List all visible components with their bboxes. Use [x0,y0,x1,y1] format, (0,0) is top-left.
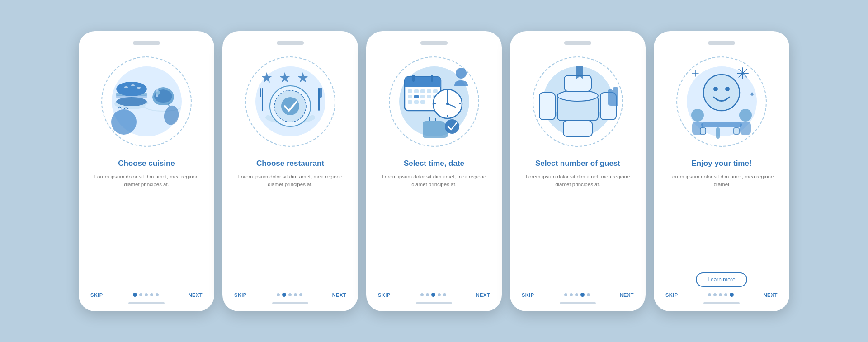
screen5-skip[interactable]: SKIP [665,292,678,298]
svg-rect-81 [740,122,751,135]
phone-notch-5 [708,41,735,45]
phone-screen-5: ✦ Enjo [654,31,789,311]
dot-4-1 [564,293,567,296]
screen4-nav: SKIP NEXT [518,292,637,298]
datetime-icon [393,63,475,140]
screen4-skip[interactable]: SKIP [522,292,534,298]
dot-5-1 [708,293,711,296]
screen3-description: Lorem ipsum dolor sit dim amet, mea regi… [374,173,494,289]
screen3-dots [420,293,446,297]
svg-point-14 [111,109,137,135]
screen3-next[interactable]: NEXT [476,292,490,298]
phone-screen-1: Choose cuisine Lorem ipsum dolor sit dim… [79,31,214,311]
svg-rect-32 [431,75,433,82]
screen3-nav: SKIP NEXT [374,292,494,298]
screen2-title: Choose restaurant [256,159,324,169]
svg-rect-76 [716,127,720,139]
illustration-cuisine [97,52,196,151]
svg-rect-63 [539,93,555,120]
illustration-restaurant [241,52,340,151]
svg-rect-31 [412,75,415,82]
phone2-bottom-bar [272,302,308,304]
svg-rect-34 [414,89,419,93]
svg-point-60 [557,90,598,101]
svg-rect-79 [700,128,706,134]
screen4-title: Select number of guest [535,159,620,169]
dot-2-2 [282,293,286,297]
svg-rect-43 [408,100,412,104]
screen1-nav: SKIP NEXT [87,292,206,298]
svg-point-54 [456,68,467,79]
dot-3-1 [420,293,424,296]
svg-rect-33 [408,89,412,93]
illustration-guests [528,52,627,151]
svg-point-77 [691,109,704,122]
screen2-next[interactable]: NEXT [332,292,346,298]
dot-2-1 [277,293,280,296]
svg-text:✦: ✦ [749,90,755,99]
svg-rect-41 [427,95,431,98]
cuisine-icon [108,66,185,138]
svg-rect-38 [408,95,412,98]
svg-rect-40 [420,95,425,98]
screen5-next[interactable]: NEXT [764,292,778,298]
svg-marker-17 [297,72,308,82]
screen2-dots [277,293,302,297]
screen5-title: Enjoy your time! [691,159,751,169]
svg-rect-39 [414,95,419,98]
phone1-bottom-bar [128,302,165,304]
svg-point-13 [156,94,158,97]
restaurant-icon [250,63,331,140]
screen1-description: Lorem ipsum dolor sit dim amet, mea regi… [87,173,206,289]
dot-4-4 [580,293,585,297]
dot-4-2 [570,293,573,296]
svg-rect-35 [420,89,425,93]
svg-point-5 [116,82,147,96]
svg-point-4 [116,97,147,106]
screen5-nav: SKIP NEXT [662,292,781,298]
screen5-dots [708,293,734,297]
svg-rect-37 [433,89,438,93]
learn-more-button[interactable]: Learn more [696,272,747,287]
screens-container: Choose cuisine Lorem ipsum dolor sit dim… [79,31,789,311]
screen4-next[interactable]: NEXT [620,292,634,298]
dot-1-5 [156,293,159,296]
illustration-datetime [384,52,484,151]
dot-2-3 [288,293,292,296]
dot-1-1 [133,293,137,297]
screen1-dots [133,293,159,297]
dot-5-4 [724,293,727,296]
svg-point-80 [739,109,752,122]
svg-rect-75 [701,122,742,127]
screen4-description: Lorem ipsum dolor sit dim amet, mea regi… [518,173,637,289]
svg-rect-25 [264,88,264,97]
screen2-skip[interactable]: SKIP [234,292,247,298]
screen1-skip[interactable]: SKIP [90,292,103,298]
svg-point-8 [137,87,141,89]
dot-5-2 [713,293,717,296]
svg-rect-62 [563,121,592,136]
svg-rect-36 [427,89,431,93]
screen1-next[interactable]: NEXT [189,292,203,298]
screen3-skip[interactable]: SKIP [378,292,391,298]
dot-3-3 [431,293,435,297]
illustration-enjoy: ✦ [672,52,771,151]
svg-point-71 [703,75,740,111]
screen2-nav: SKIP NEXT [231,292,350,298]
screen5-description: Lorem ipsum dolor sit dim amet, mea regi… [662,173,781,269]
dot-1-4 [150,293,153,296]
svg-marker-16 [279,72,290,82]
svg-point-57 [445,119,459,134]
svg-rect-24 [260,88,261,97]
dot-2-5 [299,293,302,296]
dot-1-3 [145,293,148,296]
phone-screen-2: Choose restaurant Lorem ipsum dolor sit … [222,31,358,311]
dot-5-5 [730,293,734,297]
screen3-title: Select time, date [404,159,464,169]
svg-rect-26 [262,98,263,102]
phone-notch [133,41,160,45]
phone-screen-4: Select number of guest Lorem ipsum dolor… [510,31,646,311]
dot-2-4 [294,293,297,296]
svg-point-7 [131,84,135,86]
svg-point-73 [725,87,730,91]
